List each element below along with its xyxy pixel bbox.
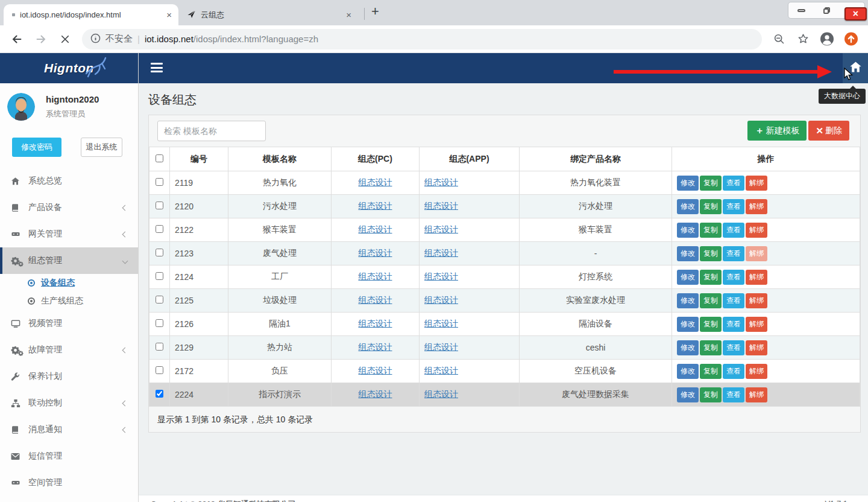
new-tab-button[interactable]: +: [371, 4, 379, 19]
unbind-button[interactable]: 解绑: [746, 317, 767, 332]
view-button[interactable]: 查看: [723, 199, 744, 214]
view-button[interactable]: 查看: [723, 246, 744, 261]
new-template-button[interactable]: ＋新建模板: [747, 121, 807, 141]
config-app-link[interactable]: 组态设计: [424, 248, 458, 258]
config-app-link[interactable]: 组态设计: [424, 177, 458, 187]
unbind-button[interactable]: 解绑: [746, 293, 767, 308]
bookmark-star-icon[interactable]: [796, 32, 810, 46]
unbind-button[interactable]: 解绑: [746, 246, 767, 261]
config-pc-link[interactable]: 组态设计: [359, 366, 392, 375]
unbind-button[interactable]: 解绑: [746, 387, 767, 402]
modify-button[interactable]: 修改: [677, 270, 699, 285]
minimize-button[interactable]: [788, 2, 814, 18]
view-button[interactable]: 查看: [723, 387, 744, 402]
view-button[interactable]: 查看: [723, 317, 744, 332]
copy-button[interactable]: 复制: [700, 317, 722, 332]
back-button[interactable]: [10, 32, 24, 46]
zoom-icon[interactable]: [772, 32, 786, 46]
copy-button[interactable]: 复制: [700, 387, 722, 402]
change-password-button[interactable]: 修改密码: [12, 138, 61, 157]
view-button[interactable]: 查看: [723, 293, 744, 308]
config-app-link[interactable]: 组态设计: [424, 201, 458, 211]
delete-button[interactable]: ✕删除: [808, 121, 849, 141]
row-checkbox[interactable]: [156, 202, 163, 209]
unbind-button[interactable]: 解绑: [746, 270, 767, 285]
unbind-button[interactable]: 解绑: [746, 340, 767, 355]
sidebar-item-system-overview[interactable]: 系统总览: [0, 168, 138, 194]
sidebar-item-sms[interactable]: 短信管理: [0, 443, 138, 469]
modify-button[interactable]: 修改: [677, 199, 699, 214]
sidebar-item-message[interactable]: 消息通知: [0, 416, 138, 443]
sidebar-subitem-line-config[interactable]: 生产线组态: [0, 292, 138, 310]
menu-toggle-button[interactable]: [151, 63, 163, 75]
row-checkbox[interactable]: [156, 319, 163, 327]
view-button[interactable]: 查看: [723, 364, 744, 379]
copy-button[interactable]: 复制: [700, 246, 722, 261]
sidebar-item-product-device[interactable]: 产品设备: [0, 194, 138, 221]
logout-button[interactable]: 退出系统: [81, 138, 122, 157]
restore-button[interactable]: [814, 2, 839, 18]
copy-button[interactable]: 复制: [700, 340, 722, 355]
copy-button[interactable]: 复制: [700, 270, 722, 285]
select-all-checkbox[interactable]: [156, 154, 163, 162]
copy-button[interactable]: 复制: [700, 293, 722, 308]
config-app-link[interactable]: 组态设计: [424, 319, 458, 328]
view-button[interactable]: 查看: [723, 176, 744, 191]
modify-button[interactable]: 修改: [677, 387, 699, 402]
copy-button[interactable]: 复制: [700, 199, 722, 214]
profile-avatar-icon[interactable]: [820, 32, 834, 46]
view-button[interactable]: 查看: [723, 270, 744, 285]
unbind-button[interactable]: 解绑: [746, 223, 767, 238]
config-app-link[interactable]: 组态设计: [424, 342, 458, 352]
info-icon[interactable]: [90, 33, 101, 45]
modify-button[interactable]: 修改: [677, 364, 699, 379]
forward-button[interactable]: [34, 32, 48, 46]
modify-button[interactable]: 修改: [677, 176, 699, 191]
modify-button[interactable]: 修改: [677, 340, 699, 355]
tab-close-icon[interactable]: ×: [165, 10, 174, 20]
sidebar-item-fault[interactable]: 故障管理: [0, 337, 138, 363]
config-pc-link[interactable]: 组态设计: [359, 319, 392, 328]
unbind-button[interactable]: 解绑: [746, 176, 767, 191]
copy-button[interactable]: 复制: [700, 176, 722, 191]
browser-update-icon[interactable]: [844, 32, 858, 46]
config-app-link[interactable]: 组态设计: [424, 272, 458, 281]
row-checkbox[interactable]: [156, 296, 163, 303]
row-checkbox[interactable]: [156, 366, 163, 374]
config-app-link[interactable]: 组态设计: [424, 366, 458, 375]
sidebar-subitem-device-config[interactable]: 设备组态: [0, 274, 138, 292]
modify-button[interactable]: 修改: [677, 246, 699, 261]
copy-button[interactable]: 复制: [700, 364, 722, 379]
row-checkbox[interactable]: [156, 272, 163, 280]
config-pc-link[interactable]: 组态设计: [359, 389, 392, 399]
unbind-button[interactable]: 解绑: [746, 364, 767, 379]
browser-tab-current[interactable]: iot.idosp.net/idosp/index.html ×: [4, 4, 178, 25]
sidebar-item-video[interactable]: 视频管理: [0, 310, 138, 337]
sidebar-item-gateway[interactable]: 网关管理: [0, 221, 138, 247]
url-field[interactable]: 不安全 | iot.idosp.net/idosp/index.html?lan…: [82, 29, 762, 49]
row-checkbox[interactable]: [156, 249, 163, 256]
sidebar-item-space[interactable]: 空间管理: [0, 469, 138, 496]
modify-button[interactable]: 修改: [677, 223, 699, 238]
sidebar-item-configuration[interactable]: 组态管理: [0, 247, 138, 274]
config-pc-link[interactable]: 组态设计: [359, 295, 392, 305]
search-input[interactable]: [157, 121, 266, 141]
row-checkbox[interactable]: [156, 178, 163, 186]
row-checkbox[interactable]: [156, 390, 163, 398]
browser-tab-cloud-config[interactable]: 云组态 ×: [182, 4, 358, 25]
config-app-link[interactable]: 组态设计: [424, 295, 458, 305]
sidebar-item-linkage[interactable]: 联动控制: [0, 390, 138, 416]
view-button[interactable]: 查看: [723, 223, 744, 238]
row-checkbox[interactable]: [156, 343, 163, 351]
modify-button[interactable]: 修改: [677, 317, 699, 332]
config-pc-link[interactable]: 组态设计: [359, 248, 392, 258]
view-button[interactable]: 查看: [723, 340, 744, 355]
row-checkbox[interactable]: [156, 225, 163, 233]
config-app-link[interactable]: 组态设计: [424, 389, 458, 399]
config-app-link[interactable]: 组态设计: [424, 224, 458, 234]
config-pc-link[interactable]: 组态设计: [359, 177, 392, 187]
modify-button[interactable]: 修改: [677, 293, 699, 308]
config-pc-link[interactable]: 组态设计: [359, 201, 392, 211]
tab-close-icon[interactable]: ×: [344, 10, 353, 20]
config-pc-link[interactable]: 组态设计: [359, 224, 392, 234]
